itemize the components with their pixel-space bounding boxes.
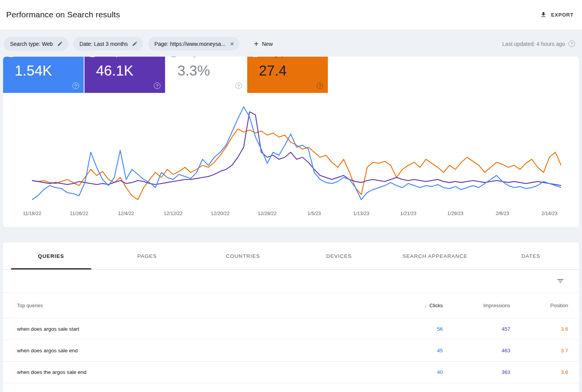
help-icon[interactable]: ? bbox=[317, 82, 323, 89]
performance-panel: Total clicks 1.54K ? Total impressions 4… bbox=[3, 57, 579, 227]
metric-checkbox[interactable] bbox=[171, 57, 176, 57]
query-cell: when does argos sale start bbox=[17, 326, 385, 332]
table-row[interactable]: when does argos sale end 45 463 3.7 bbox=[3, 340, 579, 361]
details-panel: QUERIES PAGES COUNTRIES DEVICES SEARCH A… bbox=[3, 242, 579, 392]
help-icon[interactable]: ? bbox=[235, 82, 242, 89]
metric-value: 3.3% bbox=[166, 62, 246, 79]
x-tick-label: 2/14/23 bbox=[542, 211, 558, 216]
metric-label: Average position bbox=[261, 57, 299, 57]
export-button[interactable]: EXPORT bbox=[538, 11, 576, 19]
help-icon[interactable]: ? bbox=[154, 82, 160, 89]
impressions-cell: 363 bbox=[443, 369, 510, 375]
x-tick-label: 1/13/23 bbox=[353, 211, 369, 216]
tab-devices[interactable]: DEVICES bbox=[291, 242, 387, 269]
performance-chart: 11/18/22 11/26/22 12/4/22 12/12/22 12/20… bbox=[32, 103, 561, 221]
table-header-row: Top queries ↓Clicks Impressions Position bbox=[3, 292, 579, 318]
filter-table-button[interactable] bbox=[554, 277, 567, 285]
filter-chip-date[interactable]: Date: Last 3 months bbox=[73, 37, 143, 50]
metric-value: 1.54K bbox=[3, 62, 84, 79]
table-toolbar bbox=[3, 270, 579, 292]
column-header-impressions[interactable]: Impressions bbox=[443, 303, 510, 308]
tab-countries[interactable]: COUNTRIES bbox=[195, 242, 291, 269]
table-row[interactable]: when does argos sale start 56 457 3.6 bbox=[3, 318, 579, 340]
new-filter-button[interactable]: + New bbox=[251, 40, 275, 48]
tab-dates[interactable]: DATES bbox=[483, 242, 579, 269]
metric-tile-total-impressions[interactable]: Total impressions 46.1K ? bbox=[84, 57, 165, 93]
x-tick-label: 12/12/22 bbox=[164, 211, 183, 216]
sort-descending-icon: ↓ bbox=[424, 303, 427, 308]
new-filter-label: New bbox=[262, 41, 273, 47]
metric-label: Average CTR bbox=[180, 57, 211, 57]
help-icon[interactable]: ? bbox=[73, 82, 79, 89]
column-header-position[interactable]: Position bbox=[510, 303, 568, 308]
export-label: EXPORT bbox=[551, 12, 574, 18]
tab-search-appearance[interactable]: SEARCH APPEARANCE bbox=[387, 242, 483, 269]
clicks-cell: 40 bbox=[385, 369, 443, 375]
metric-label: Total impressions bbox=[99, 57, 137, 57]
table-row[interactable]: when is argos next sale 2023 33 423 5 bbox=[3, 383, 579, 392]
x-tick-label: 1/5/23 bbox=[307, 211, 321, 216]
help-icon[interactable]: ? bbox=[569, 40, 575, 47]
edit-icon[interactable] bbox=[132, 41, 138, 47]
filter-chip-search-type[interactable]: Search type: Web bbox=[4, 37, 68, 50]
metric-checkbox[interactable] bbox=[90, 57, 95, 57]
metric-tile-total-clicks[interactable]: Total clicks 1.54K ? bbox=[3, 57, 84, 93]
x-tick-label: 11/18/22 bbox=[23, 211, 41, 216]
x-tick-label: 1/29/23 bbox=[447, 211, 464, 216]
filter-chip-label: Date: Last 3 months bbox=[79, 41, 128, 47]
filter-chip-label: Page: https://www.moneysa... bbox=[154, 41, 225, 47]
filter-chip-label: Search type: Web bbox=[10, 41, 53, 47]
table-tabs: QUERIES PAGES COUNTRIES DEVICES SEARCH A… bbox=[3, 242, 579, 270]
edit-icon[interactable] bbox=[57, 41, 63, 47]
chart-x-axis: 11/18/22 11/26/22 12/4/22 12/12/22 12/20… bbox=[32, 211, 561, 221]
x-tick-label: 11/26/22 bbox=[70, 211, 88, 216]
table-row[interactable]: when does the argos sale end 40 363 3.6 bbox=[3, 361, 579, 383]
last-updated-text: Last updated: 4 hours ago bbox=[502, 41, 565, 47]
tab-pages[interactable]: PAGES bbox=[99, 242, 195, 269]
position-cell: 3.6 bbox=[510, 326, 568, 332]
clicks-cell: 45 bbox=[385, 348, 443, 353]
filter-bar: Search type: Web Date: Last 3 months Pag… bbox=[0, 29, 582, 54]
position-cell: 3.7 bbox=[510, 348, 568, 353]
metric-checkbox[interactable] bbox=[8, 57, 13, 57]
query-cell: when does argos sale end bbox=[17, 348, 385, 353]
clicks-cell: 56 bbox=[385, 326, 443, 332]
x-tick-label: 1/21/23 bbox=[400, 211, 417, 216]
close-icon[interactable]: ✕ bbox=[230, 41, 234, 47]
x-tick-label: 12/28/22 bbox=[258, 211, 277, 216]
position-cell: 3.6 bbox=[510, 369, 568, 375]
query-cell: when does the argos sale end bbox=[17, 369, 385, 375]
chart-canvas bbox=[32, 103, 561, 208]
metric-tiles: Total clicks 1.54K ? Total impressions 4… bbox=[3, 57, 579, 93]
top-app-bar: Performance on Search results EXPORT bbox=[0, 0, 582, 29]
metric-value: 27.4 bbox=[247, 62, 328, 79]
impressions-cell: 463 bbox=[443, 348, 510, 353]
x-tick-label: 12/4/22 bbox=[118, 211, 134, 216]
metric-value: 46.1K bbox=[84, 62, 165, 79]
metric-tile-average-position[interactable]: Average position 27.4 ? bbox=[247, 57, 328, 93]
filter-list-icon bbox=[557, 277, 564, 285]
filter-chip-page[interactable]: Page: https://www.moneysa... ✕ bbox=[148, 37, 240, 50]
x-tick-label: 12/20/22 bbox=[211, 211, 230, 216]
column-header-clicks[interactable]: ↓Clicks bbox=[385, 303, 443, 308]
x-tick-label: 2/6/23 bbox=[496, 211, 509, 216]
tab-queries[interactable]: QUERIES bbox=[3, 242, 99, 269]
metric-tile-average-ctr[interactable]: Average CTR 3.3% ? bbox=[166, 57, 246, 93]
metric-checkbox[interactable] bbox=[253, 57, 258, 57]
impressions-cell: 457 bbox=[443, 326, 510, 332]
page-title: Performance on Search results bbox=[6, 10, 120, 19]
metric-label: Total clicks bbox=[17, 57, 42, 57]
column-header-top-queries: Top queries bbox=[17, 303, 385, 308]
download-icon bbox=[540, 11, 547, 18]
plus-icon: + bbox=[254, 40, 258, 48]
